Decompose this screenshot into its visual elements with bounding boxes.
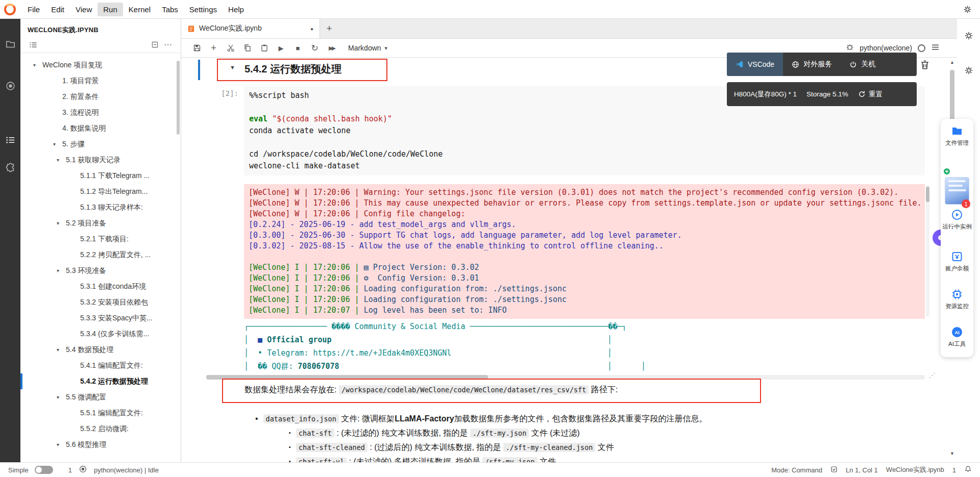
- extensions-icon[interactable]: [0, 157, 20, 178]
- toc-item[interactable]: 1. 项目背景: [20, 73, 181, 89]
- cell-type-dropdown[interactable]: Markdown ▾: [348, 44, 387, 52]
- toc-item[interactable]: ▾ 5.6 模型推理: [20, 437, 181, 453]
- toc-item[interactable]: ▾ 5.2 项目准备: [20, 215, 181, 231]
- toc-item[interactable]: 5.3.2 安装项目依赖包: [20, 294, 181, 310]
- stop-kernel-button[interactable]: ■: [290, 41, 305, 55]
- toc-item[interactable]: ▾ 5. 步骤: [20, 136, 181, 152]
- chevron-down-icon[interactable]: ▾: [57, 220, 66, 226]
- toc-item[interactable]: ▾ 5.4 数据预处理: [20, 342, 181, 358]
- chevron-down-icon: ▾: [385, 45, 388, 52]
- chevron-down-icon[interactable]: ▾: [33, 62, 42, 68]
- debugger-icon[interactable]: [846, 43, 854, 53]
- toc-item[interactable]: ▾ 5.3 环境准备: [20, 263, 181, 279]
- toc-item[interactable]: 5.3.1 创建conda环境: [20, 279, 181, 294]
- output-resize-handle[interactable]: ⋰: [929, 371, 936, 379]
- add-icon[interactable]: [943, 168, 950, 177]
- scroll-down-icon[interactable]: ▼: [948, 450, 956, 457]
- chevron-down-icon[interactable]: ▾: [57, 268, 66, 273]
- selected-cell-indicator: [198, 60, 200, 80]
- hamburger-menu-icon[interactable]: [931, 43, 940, 54]
- run-cell-button[interactable]: ▶: [274, 41, 288, 55]
- copy-cell-button[interactable]: [240, 41, 255, 55]
- scroll-up-icon[interactable]: ▲: [948, 59, 956, 66]
- add-cell-button[interactable]: +: [206, 41, 221, 55]
- chevron-down-icon[interactable]: ▾: [53, 141, 62, 147]
- dock-item-running-instances[interactable]: 运行中实例: [941, 223, 973, 231]
- toc-item[interactable]: 5.5.1 编辑配置文件:: [20, 405, 181, 421]
- toc-item[interactable]: 5.3.3 安装Spacy中英...: [20, 310, 181, 326]
- menu-item[interactable]: Kernel: [123, 3, 156, 16]
- vscode-button[interactable]: VSCode: [727, 53, 783, 76]
- menu-item[interactable]: Edit: [45, 3, 70, 16]
- shutdown-button[interactable]: 关机: [841, 53, 884, 76]
- paste-cell-button[interactable]: [257, 41, 272, 55]
- toc-item[interactable]: 5.5.2 启动微调:: [20, 421, 181, 437]
- toc-item[interactable]: 5.4.1 编辑配置文件:: [20, 358, 181, 373]
- dock-item-file-manager[interactable]: 文件管理: [941, 139, 973, 147]
- chevron-down-icon[interactable]: ▾: [57, 394, 66, 400]
- resource-monitor-icon[interactable]: [951, 288, 963, 300]
- toc-item[interactable]: 5.3.4 (仅多卡训练需...: [20, 326, 181, 342]
- simple-mode-toggle[interactable]: [35, 466, 53, 474]
- account-balance-icon[interactable]: [951, 250, 963, 263]
- bell-icon[interactable]: [964, 465, 972, 474]
- toc-item[interactable]: 5.1.2 导出Telegram...: [20, 184, 181, 199]
- menu-item[interactable]: View: [70, 3, 97, 16]
- dock-item-ai-tools[interactable]: AI工具: [941, 340, 973, 348]
- more-options-icon[interactable]: ⋯: [161, 39, 175, 51]
- toc-item[interactable]: 3. 流程说明: [20, 105, 181, 120]
- chevron-down-icon[interactable]: ▾: [57, 157, 66, 163]
- new-tab-button[interactable]: +: [320, 19, 338, 38]
- restart-kernel-button[interactable]: ↻: [307, 41, 322, 55]
- scrollbar-thumb[interactable]: [950, 70, 954, 123]
- toc-item[interactable]: 2. 前置条件: [20, 89, 181, 105]
- sessions-icon[interactable]: [79, 465, 87, 474]
- folder-icon[interactable]: [951, 125, 963, 137]
- toc-item[interactable]: 5.1.3 聊天记录样本:: [20, 199, 181, 215]
- running-sessions-icon[interactable]: [0, 75, 20, 96]
- dock-item-resource-monitor[interactable]: 资源监控: [941, 303, 973, 310]
- notebook-tab[interactable]: WeClone实践.ipynb ●: [181, 19, 320, 38]
- toc-item[interactable]: ▾ WeClone 项目复现: [20, 57, 181, 73]
- cursor-position[interactable]: Ln 1, Col 1: [846, 466, 878, 474]
- menu-item[interactable]: Run: [97, 3, 123, 16]
- toc-item-label: 5.6 模型推理: [66, 440, 106, 449]
- output-vertical-scrollbar[interactable]: [926, 185, 929, 317]
- file-browser-icon[interactable]: [0, 33, 20, 55]
- gear-icon[interactable]: [964, 31, 973, 42]
- output-line: [WeClone] W | 17:20:06 | Warning: Your s…: [249, 187, 920, 198]
- reset-button[interactable]: 重置: [858, 90, 883, 99]
- numbered-list-icon[interactable]: [27, 39, 40, 51]
- toc-item[interactable]: 5.4.2 运行数据预处理: [20, 373, 181, 389]
- toc-item[interactable]: ▾ 5.5 微调配置: [20, 389, 181, 405]
- kernel-name[interactable]: python(weclone): [860, 44, 912, 52]
- trash-button[interactable]: [919, 59, 930, 72]
- trust-icon[interactable]: [830, 466, 838, 474]
- chevron-down-icon[interactable]: ▾: [57, 347, 66, 353]
- menu-item[interactable]: File: [22, 3, 45, 16]
- chevron-down-icon[interactable]: ▾: [57, 442, 66, 447]
- toc-item[interactable]: 5.2.1 下载项目:: [20, 231, 181, 247]
- restart-run-all-button[interactable]: ▶▶: [324, 41, 339, 55]
- tab-dirty-indicator[interactable]: ●: [310, 26, 313, 32]
- gear-icon[interactable]: [964, 66, 973, 77]
- kernel-status-text[interactable]: python(weclone) | Idle: [94, 466, 159, 474]
- cut-cell-button[interactable]: [223, 41, 238, 55]
- menu-item[interactable]: Settings: [184, 3, 223, 16]
- dock-item-account-balance[interactable]: 账户余额: [941, 265, 973, 272]
- save-button[interactable]: [189, 41, 204, 55]
- toc-item[interactable]: 5.2.2 拷贝配置文件, ...: [20, 247, 181, 263]
- menu-item[interactable]: Help: [223, 3, 250, 16]
- toc-item[interactable]: 5.1.1 下载Telegram ...: [20, 168, 181, 184]
- running-instances-icon[interactable]: [951, 209, 963, 221]
- ai-tools-icon[interactable]: AI: [951, 326, 963, 338]
- menu-item[interactable]: Tabs: [156, 3, 184, 16]
- collapse-all-icon[interactable]: [148, 39, 161, 51]
- toc-item[interactable]: 4. 数据集说明: [20, 120, 181, 136]
- table-of-contents-icon[interactable]: [0, 129, 20, 150]
- kernel-status-icon[interactable]: [918, 44, 925, 52]
- panel-scrollbar[interactable]: [177, 61, 180, 135]
- gear-icon[interactable]: [963, 5, 972, 14]
- toc-item[interactable]: ▾ 5.1 获取聊天记录: [20, 152, 181, 168]
- external-service-button[interactable]: 对外服务: [783, 53, 841, 76]
